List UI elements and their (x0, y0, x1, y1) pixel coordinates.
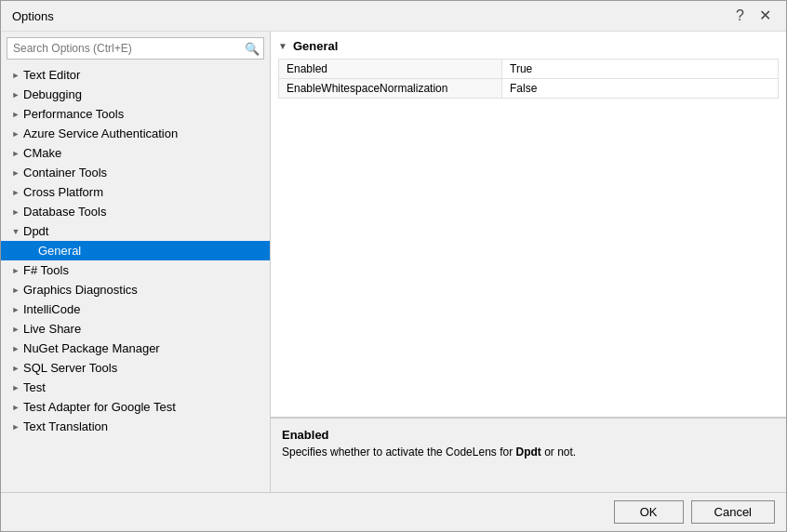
tree-item-intellicode[interactable]: ► IntelliCode (1, 299, 270, 319)
expand-icon: ► (8, 325, 23, 334)
tree-item-label: Text Editor (23, 68, 270, 82)
expand-icon: ► (8, 188, 23, 197)
prop-name: EnableWhitespaceNormalization (279, 79, 502, 98)
tree-item-label: Performance Tools (23, 107, 270, 121)
title-bar: Options ? ✕ (1, 1, 786, 32)
expand-icon: ► (8, 344, 23, 353)
tree-item-azure-service-auth[interactable]: ► Azure Service Authentication (1, 124, 270, 143)
tree-item-label: SQL Server Tools (23, 361, 270, 375)
help-button[interactable]: ? (732, 8, 748, 23)
tree-item-dpdt[interactable]: ▼ Dpdt (1, 221, 270, 241)
section-title: General (293, 39, 338, 53)
dialog-title: Options (12, 9, 54, 23)
expand-icon: ► (8, 364, 23, 373)
left-panel: 🔍 ► Text Editor► Debugging► Performance … (1, 32, 271, 492)
tree-item-cross-platform[interactable]: ► Cross Platform (1, 182, 270, 202)
tree-item-container-tools[interactable]: ► Container Tools (1, 163, 270, 182)
prop-value: True (502, 60, 778, 78)
expand-icon: ► (8, 305, 23, 314)
tree-area: ► Text Editor► Debugging► Performance To… (1, 65, 270, 492)
expand-icon: ► (8, 110, 23, 119)
section-header: ▼ General (278, 39, 779, 53)
expand-icon: ► (8, 90, 23, 100)
prop-row[interactable]: Enabled True (278, 59, 779, 79)
tree-item-performance-tools[interactable]: ► Performance Tools (1, 104, 270, 124)
expand-icon: ► (8, 149, 23, 158)
tree-item-label: General (38, 244, 270, 258)
tree-item-graphics-diagnostics[interactable]: ► Graphics Diagnostics (1, 280, 270, 299)
expand-icon: ► (8, 422, 23, 432)
tree-item-label: Azure Service Authentication (23, 126, 270, 140)
tree-item-fsharp-tools[interactable]: ► F# Tools (1, 260, 270, 280)
close-button[interactable]: ✕ (755, 8, 775, 23)
prop-value: False (502, 79, 778, 98)
tree-item-label: IntelliCode (23, 302, 270, 316)
expand-icon: ► (8, 286, 23, 295)
property-table: Enabled TrueEnableWhitespaceNormalizatio… (278, 59, 779, 99)
prop-row[interactable]: EnableWhitespaceNormalization False (278, 79, 779, 99)
prop-name: Enabled (279, 60, 502, 78)
collapse-icon: ▼ (278, 41, 287, 51)
footer: OK Cancel (1, 492, 786, 531)
expand-icon: ► (8, 71, 23, 80)
tree-item-label: Dpdt (23, 224, 270, 238)
tree-item-label: Test Adapter for Google Test (23, 400, 270, 414)
expand-icon: ► (8, 383, 23, 392)
search-box[interactable]: 🔍 (7, 37, 264, 60)
right-panel: ▼ General Enabled TrueEnableWhitespaceNo… (271, 32, 786, 492)
tree-item-label: Container Tools (23, 166, 270, 180)
content-area: 🔍 ► Text Editor► Debugging► Performance … (1, 32, 786, 492)
tree-item-label: NuGet Package Manager (23, 341, 270, 355)
tree-item-label: Text Translation (23, 419, 270, 433)
tree-item-label: Graphics Diagnostics (23, 283, 270, 297)
tree-item-label: Cross Platform (23, 185, 270, 199)
tree-item-text-translation[interactable]: ► Text Translation (1, 417, 270, 436)
expand-icon: ► (8, 207, 23, 217)
properties-area: ▼ General Enabled TrueEnableWhitespaceNo… (271, 32, 786, 418)
description-text: Specifies whether to activate the CodeLe… (282, 446, 775, 459)
description-area: Enabled Specifies whether to activate th… (271, 418, 786, 492)
expand-icon: ▼ (8, 227, 23, 236)
options-dialog: Options ? ✕ 🔍 ► Text Editor► Debugging► … (0, 0, 787, 532)
expand-icon: ► (8, 266, 23, 275)
tree-item-label: Database Tools (23, 205, 270, 219)
tree-item-nuget-package-manager[interactable]: ► NuGet Package Manager (1, 339, 270, 358)
expand-icon: ► (8, 168, 23, 178)
tree-item-database-tools[interactable]: ► Database Tools (1, 202, 270, 221)
tree-item-test-adapter-google[interactable]: ► Test Adapter for Google Test (1, 397, 270, 417)
tree-item-debugging[interactable]: ► Debugging (1, 85, 270, 104)
tree-item-label: Test (23, 380, 270, 394)
tree-item-label: Debugging (23, 87, 270, 101)
description-title: Enabled (282, 428, 775, 442)
tree-item-cmake[interactable]: ► CMake (1, 143, 270, 163)
search-icon: 🔍 (245, 42, 260, 56)
expand-icon: ► (8, 403, 23, 412)
expand-icon: ► (8, 129, 23, 139)
tree-item-text-editor[interactable]: ► Text Editor (1, 65, 270, 85)
tree-item-label: CMake (23, 146, 270, 160)
ok-button[interactable]: OK (614, 500, 684, 524)
tree-item-label: Live Share (23, 322, 270, 336)
search-input[interactable] (11, 40, 245, 57)
tree-item-test[interactable]: ► Test (1, 378, 270, 397)
tree-item-label: F# Tools (23, 263, 270, 277)
tree-item-sql-server-tools[interactable]: ► SQL Server Tools (1, 358, 270, 378)
cancel-button[interactable]: Cancel (691, 500, 775, 524)
tree-item-live-share[interactable]: ► Live Share (1, 319, 270, 339)
tree-item-general[interactable]: General (1, 241, 270, 260)
title-bar-buttons: ? ✕ (732, 8, 775, 23)
